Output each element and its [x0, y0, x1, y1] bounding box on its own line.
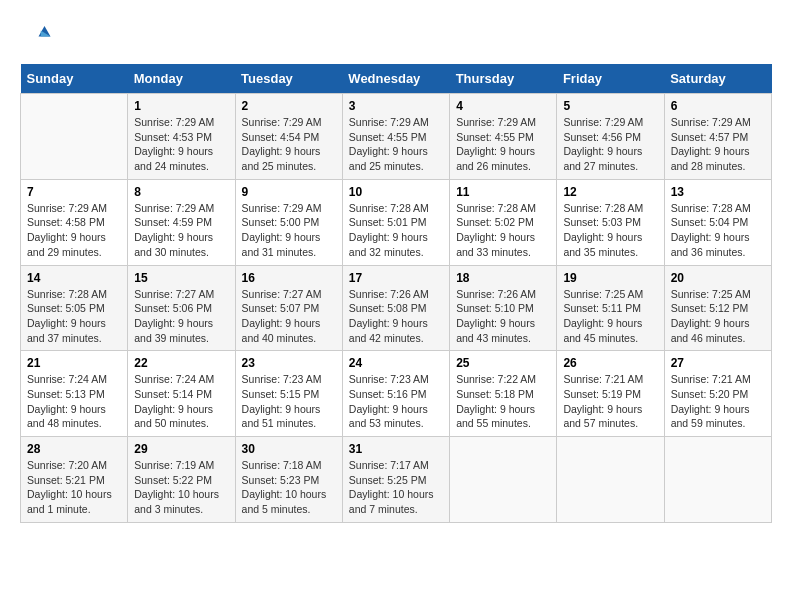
- day-info: Sunrise: 7:28 AMSunset: 5:01 PMDaylight:…: [349, 201, 443, 260]
- day-number: 22: [134, 356, 228, 370]
- calendar-cell: 7Sunrise: 7:29 AMSunset: 4:58 PMDaylight…: [21, 179, 128, 265]
- day-number: 31: [349, 442, 443, 456]
- calendar-body: 1Sunrise: 7:29 AMSunset: 4:53 PMDaylight…: [21, 94, 772, 523]
- calendar-week-4: 21Sunrise: 7:24 AMSunset: 5:13 PMDayligh…: [21, 351, 772, 437]
- day-number: 10: [349, 185, 443, 199]
- calendar-cell: [450, 437, 557, 523]
- day-number: 7: [27, 185, 121, 199]
- weekday-header-friday: Friday: [557, 64, 664, 94]
- day-number: 20: [671, 271, 765, 285]
- day-number: 2: [242, 99, 336, 113]
- calendar-cell: 31Sunrise: 7:17 AMSunset: 5:25 PMDayligh…: [342, 437, 449, 523]
- day-number: 23: [242, 356, 336, 370]
- calendar-cell: 18Sunrise: 7:26 AMSunset: 5:10 PMDayligh…: [450, 265, 557, 351]
- day-number: 5: [563, 99, 657, 113]
- calendar-cell: 27Sunrise: 7:21 AMSunset: 5:20 PMDayligh…: [664, 351, 771, 437]
- day-info: Sunrise: 7:24 AMSunset: 5:14 PMDaylight:…: [134, 372, 228, 431]
- calendar-cell: 19Sunrise: 7:25 AMSunset: 5:11 PMDayligh…: [557, 265, 664, 351]
- day-info: Sunrise: 7:26 AMSunset: 5:08 PMDaylight:…: [349, 287, 443, 346]
- day-info: Sunrise: 7:25 AMSunset: 5:12 PMDaylight:…: [671, 287, 765, 346]
- calendar-cell: [21, 94, 128, 180]
- calendar-cell: 1Sunrise: 7:29 AMSunset: 4:53 PMDaylight…: [128, 94, 235, 180]
- day-number: 11: [456, 185, 550, 199]
- weekday-header-sunday: Sunday: [21, 64, 128, 94]
- day-number: 30: [242, 442, 336, 456]
- calendar-cell: 10Sunrise: 7:28 AMSunset: 5:01 PMDayligh…: [342, 179, 449, 265]
- day-number: 24: [349, 356, 443, 370]
- day-info: Sunrise: 7:29 AMSunset: 4:54 PMDaylight:…: [242, 115, 336, 174]
- day-info: Sunrise: 7:29 AMSunset: 5:00 PMDaylight:…: [242, 201, 336, 260]
- calendar-cell: 2Sunrise: 7:29 AMSunset: 4:54 PMDaylight…: [235, 94, 342, 180]
- day-number: 18: [456, 271, 550, 285]
- calendar-cell: 26Sunrise: 7:21 AMSunset: 5:19 PMDayligh…: [557, 351, 664, 437]
- day-number: 12: [563, 185, 657, 199]
- day-info: Sunrise: 7:29 AMSunset: 4:58 PMDaylight:…: [27, 201, 121, 260]
- day-info: Sunrise: 7:28 AMSunset: 5:04 PMDaylight:…: [671, 201, 765, 260]
- calendar-cell: 16Sunrise: 7:27 AMSunset: 5:07 PMDayligh…: [235, 265, 342, 351]
- day-number: 16: [242, 271, 336, 285]
- day-number: 1: [134, 99, 228, 113]
- day-number: 26: [563, 356, 657, 370]
- calendar-cell: 28Sunrise: 7:20 AMSunset: 5:21 PMDayligh…: [21, 437, 128, 523]
- day-info: Sunrise: 7:21 AMSunset: 5:19 PMDaylight:…: [563, 372, 657, 431]
- day-number: 3: [349, 99, 443, 113]
- calendar-week-1: 1Sunrise: 7:29 AMSunset: 4:53 PMDaylight…: [21, 94, 772, 180]
- day-number: 17: [349, 271, 443, 285]
- day-info: Sunrise: 7:19 AMSunset: 5:22 PMDaylight:…: [134, 458, 228, 517]
- day-number: 29: [134, 442, 228, 456]
- day-number: 25: [456, 356, 550, 370]
- weekday-header-saturday: Saturday: [664, 64, 771, 94]
- day-number: 14: [27, 271, 121, 285]
- logo: [20, 20, 52, 54]
- calendar-cell: 3Sunrise: 7:29 AMSunset: 4:55 PMDaylight…: [342, 94, 449, 180]
- weekday-header-tuesday: Tuesday: [235, 64, 342, 94]
- calendar-cell: 23Sunrise: 7:23 AMSunset: 5:15 PMDayligh…: [235, 351, 342, 437]
- weekday-header-wednesday: Wednesday: [342, 64, 449, 94]
- day-info: Sunrise: 7:26 AMSunset: 5:10 PMDaylight:…: [456, 287, 550, 346]
- day-info: Sunrise: 7:28 AMSunset: 5:02 PMDaylight:…: [456, 201, 550, 260]
- day-number: 19: [563, 271, 657, 285]
- day-info: Sunrise: 7:21 AMSunset: 5:20 PMDaylight:…: [671, 372, 765, 431]
- day-info: Sunrise: 7:29 AMSunset: 4:57 PMDaylight:…: [671, 115, 765, 174]
- day-info: Sunrise: 7:23 AMSunset: 5:15 PMDaylight:…: [242, 372, 336, 431]
- calendar-table: SundayMondayTuesdayWednesdayThursdayFrid…: [20, 64, 772, 523]
- day-info: Sunrise: 7:23 AMSunset: 5:16 PMDaylight:…: [349, 372, 443, 431]
- calendar-week-5: 28Sunrise: 7:20 AMSunset: 5:21 PMDayligh…: [21, 437, 772, 523]
- calendar-cell: 29Sunrise: 7:19 AMSunset: 5:22 PMDayligh…: [128, 437, 235, 523]
- calendar-cell: 20Sunrise: 7:25 AMSunset: 5:12 PMDayligh…: [664, 265, 771, 351]
- day-info: Sunrise: 7:27 AMSunset: 5:06 PMDaylight:…: [134, 287, 228, 346]
- calendar-week-3: 14Sunrise: 7:28 AMSunset: 5:05 PMDayligh…: [21, 265, 772, 351]
- calendar-header: SundayMondayTuesdayWednesdayThursdayFrid…: [21, 64, 772, 94]
- calendar-cell: 11Sunrise: 7:28 AMSunset: 5:02 PMDayligh…: [450, 179, 557, 265]
- weekday-header-row: SundayMondayTuesdayWednesdayThursdayFrid…: [21, 64, 772, 94]
- day-info: Sunrise: 7:18 AMSunset: 5:23 PMDaylight:…: [242, 458, 336, 517]
- calendar-cell: [557, 437, 664, 523]
- calendar-cell: 21Sunrise: 7:24 AMSunset: 5:13 PMDayligh…: [21, 351, 128, 437]
- calendar-cell: 9Sunrise: 7:29 AMSunset: 5:00 PMDaylight…: [235, 179, 342, 265]
- calendar-week-2: 7Sunrise: 7:29 AMSunset: 4:58 PMDaylight…: [21, 179, 772, 265]
- calendar-cell: 25Sunrise: 7:22 AMSunset: 5:18 PMDayligh…: [450, 351, 557, 437]
- calendar-cell: 4Sunrise: 7:29 AMSunset: 4:55 PMDaylight…: [450, 94, 557, 180]
- calendar-cell: 17Sunrise: 7:26 AMSunset: 5:08 PMDayligh…: [342, 265, 449, 351]
- calendar-cell: [664, 437, 771, 523]
- day-number: 6: [671, 99, 765, 113]
- day-number: 9: [242, 185, 336, 199]
- day-number: 28: [27, 442, 121, 456]
- weekday-header-thursday: Thursday: [450, 64, 557, 94]
- day-info: Sunrise: 7:17 AMSunset: 5:25 PMDaylight:…: [349, 458, 443, 517]
- logo-icon: [22, 20, 52, 50]
- day-info: Sunrise: 7:27 AMSunset: 5:07 PMDaylight:…: [242, 287, 336, 346]
- day-info: Sunrise: 7:25 AMSunset: 5:11 PMDaylight:…: [563, 287, 657, 346]
- day-number: 4: [456, 99, 550, 113]
- day-info: Sunrise: 7:24 AMSunset: 5:13 PMDaylight:…: [27, 372, 121, 431]
- calendar-cell: 6Sunrise: 7:29 AMSunset: 4:57 PMDaylight…: [664, 94, 771, 180]
- calendar-cell: 22Sunrise: 7:24 AMSunset: 5:14 PMDayligh…: [128, 351, 235, 437]
- day-info: Sunrise: 7:29 AMSunset: 4:56 PMDaylight:…: [563, 115, 657, 174]
- day-info: Sunrise: 7:29 AMSunset: 4:53 PMDaylight:…: [134, 115, 228, 174]
- calendar-cell: 13Sunrise: 7:28 AMSunset: 5:04 PMDayligh…: [664, 179, 771, 265]
- day-info: Sunrise: 7:22 AMSunset: 5:18 PMDaylight:…: [456, 372, 550, 431]
- day-number: 27: [671, 356, 765, 370]
- day-info: Sunrise: 7:29 AMSunset: 4:55 PMDaylight:…: [349, 115, 443, 174]
- day-info: Sunrise: 7:20 AMSunset: 5:21 PMDaylight:…: [27, 458, 121, 517]
- day-info: Sunrise: 7:29 AMSunset: 4:59 PMDaylight:…: [134, 201, 228, 260]
